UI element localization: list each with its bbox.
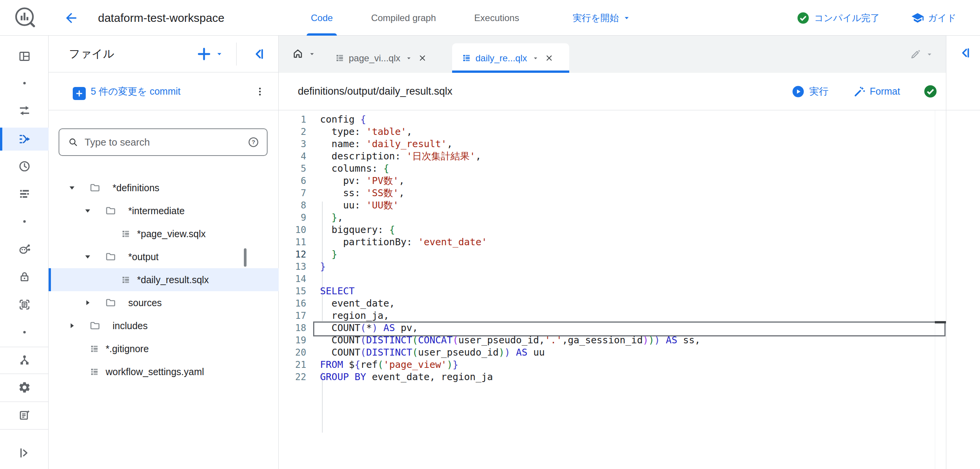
caret-down-icon[interactable] [532,54,539,62]
tree-item-page_view.sqlx[interactable]: *page_view.sqlx [49,222,279,245]
compile-status[interactable]: コンパイル完了 [797,0,880,36]
file-list-icon [461,53,472,63]
rail-item-dataform-merge[interactable] [0,128,49,151]
rail-item-query-queues[interactable] [0,182,49,205]
help-icon[interactable]: ? [248,136,259,148]
code-line[interactable]: 1config { [279,113,946,126]
tree-caret-right-icon[interactable] [67,321,77,331]
search-input[interactable] [85,136,248,148]
code-line[interactable]: 16 event_date, [279,297,946,310]
code-line[interactable]: 22GROUP BY event_date, region_ja [279,371,946,383]
home-tab-icon[interactable] [292,48,304,60]
line-number: 3 [283,138,306,150]
code-text: FROM ${ref('page_view')} [320,359,458,371]
editor-tab-page_vi...qlx[interactable]: page_vi...qlx [325,43,445,73]
tree-item-daily_result.sqlx[interactable]: *daily_result.sqlx [49,268,279,291]
start-execution-button[interactable]: 実行を開始 [573,0,631,36]
rail-item-dot [0,321,49,344]
files-panel-title: ファイル [69,36,114,72]
tree-item-includes[interactable]: includes [49,314,279,337]
kebab-icon [255,85,265,98]
rail-item-transfer-config[interactable] [0,238,49,261]
code-line[interactable]: 17 region_ja, [279,310,946,322]
format-button[interactable]: Format [853,73,900,110]
code-line[interactable]: 15SELECT [279,285,946,297]
code-line[interactable]: 5 columns: { [279,162,946,175]
caret-down-icon[interactable] [405,54,413,62]
rail-item-clock[interactable] [0,155,49,178]
search-icon [68,137,78,148]
code-line[interactable]: 4 description: '日次集計結果', [279,150,946,162]
rail-divider [0,402,49,402]
tree-caret-down-icon[interactable] [83,206,93,216]
run-button[interactable]: 実行 [792,73,828,110]
code-line[interactable]: 12 } [279,248,946,261]
code-line[interactable]: 11 partitionBy: 'event_date' [279,236,946,248]
close-icon[interactable] [418,54,427,62]
tree-caret-down-icon[interactable] [83,252,93,262]
governance-icon [18,354,31,367]
editor-pane: page_vi...qlxdaily_re...qlx definitions/… [279,36,980,469]
rail-item-lock[interactable] [0,266,49,289]
code-line[interactable]: 9 }, [279,212,946,224]
tree-item-label: workflow_settings.yaml [106,360,204,383]
rail-item-governance[interactable] [0,349,49,372]
code-editor[interactable]: 1config {2 type: 'table',3 name: 'daily_… [279,110,946,469]
code-line[interactable]: 18 COUNT(*) AS pv, [279,322,946,334]
home-tab-caret-icon[interactable] [308,50,316,58]
tree-item-workflow_settings.yaml[interactable]: workflow_settings.yaml [49,360,279,383]
code-line[interactable]: 2 type: 'table', [279,126,946,138]
line-number: 4 [283,150,306,162]
topnav-tab-label: Executions [474,13,519,23]
rail-item-gear[interactable] [0,376,49,399]
rail-item-compare-arrows[interactable] [0,99,49,122]
divider [236,43,237,66]
code-text: } [320,248,337,261]
topnav-tab-compiled-graph[interactable]: Compiled graph [367,0,440,36]
code-line[interactable]: 14 [279,273,946,285]
back-arrow-icon[interactable] [64,10,79,26]
tree-item-sources[interactable]: sources [49,291,279,314]
code-line[interactable]: 3 name: 'daily_result', [279,138,946,150]
code-line[interactable]: 19 COUNT(DISTINCT(CONCAT(user_pseudo_id,… [279,334,946,346]
code-line[interactable]: 8 uu: 'UU数' [279,199,946,212]
svg-text:?: ? [252,139,255,145]
topnav-tab-code[interactable]: Code [307,0,337,36]
code-line[interactable]: 7 ss: 'SS数', [279,187,946,199]
editor-header: definitions/output/daily_result.sqlx 実行 … [279,73,946,110]
rail-item-table-layout[interactable] [0,45,49,68]
tree-item-definitions[interactable]: *definitions [49,176,279,199]
tree-item-label: *definitions [113,176,159,199]
code-line[interactable]: 21FROM ${ref('page_view')} [279,359,946,371]
guide-button[interactable]: ガイド [911,0,956,36]
code-line[interactable]: 20 COUNT(DISTINCT(user_pseudo_id)) AS uu [279,346,946,359]
tree-caret-right-icon[interactable] [83,298,93,308]
ai-edit-icon[interactable] [909,48,921,61]
tree-item-.gitignore[interactable]: *.gitignore [49,337,279,360]
tree-scrollbar-thumb[interactable] [244,248,247,267]
dot-icon [22,330,27,335]
query-queues-icon [18,187,31,200]
rail-item-scan-doc[interactable] [0,293,49,316]
editor-tab-daily_re...qlx[interactable]: daily_re...qlx [452,43,569,73]
add-file-icon[interactable] [196,46,212,62]
commit-menu-button[interactable] [255,85,265,98]
collapse-editor-side-icon[interactable] [957,46,972,60]
code-text: description: '日次集計結果', [320,150,481,162]
tree-caret-down-icon[interactable] [67,183,77,193]
rail-divider [0,429,49,430]
rail-item-expand-right[interactable] [0,441,49,464]
workspace-title: dataform-test-workspace [98,0,224,36]
add-file-caret-icon[interactable] [215,49,224,59]
ai-edit-caret-icon[interactable] [925,50,934,59]
rail-item-doc-sparkle[interactable] [0,404,49,427]
topnav-tab-executions[interactable]: Executions [470,0,523,36]
code-line[interactable]: 13} [279,261,946,273]
commit-changes-link[interactable]: 5 件の変更を commit [91,72,181,110]
scan-doc-icon [18,298,31,311]
tree-item-intermediate[interactable]: *intermediate [49,199,279,222]
close-icon[interactable] [545,54,554,62]
collapse-panel-icon[interactable] [251,46,266,62]
code-line[interactable]: 6 pv: 'PV数', [279,175,946,187]
code-line[interactable]: 10 bigquery: { [279,224,946,236]
